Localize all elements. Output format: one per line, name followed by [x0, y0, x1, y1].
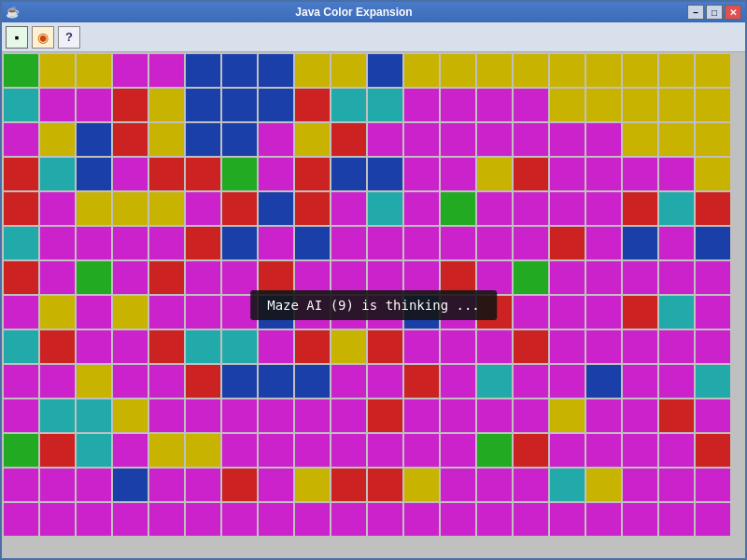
grid-cell[interactable] — [659, 503, 694, 536]
grid-cell[interactable] — [550, 330, 585, 363]
grid-cell[interactable] — [514, 227, 548, 259]
grid-cell[interactable] — [222, 54, 257, 87]
grid-cell[interactable] — [186, 54, 220, 87]
grid-cell[interactable] — [40, 296, 75, 329]
grid-cell[interactable] — [259, 365, 293, 398]
grid-cell[interactable] — [696, 192, 730, 225]
grid-cell[interactable] — [404, 399, 439, 432]
grid-cell[interactable] — [550, 158, 585, 190]
grid-cell[interactable] — [441, 399, 475, 432]
grid-cell[interactable] — [4, 434, 38, 467]
grid-cell[interactable] — [149, 123, 184, 156]
grid-cell[interactable] — [477, 54, 512, 87]
grid-cell[interactable] — [331, 330, 366, 363]
grid-cell[interactable] — [514, 261, 548, 294]
grid-cell[interactable] — [40, 227, 75, 259]
grid-cell[interactable] — [514, 503, 548, 536]
grid-cell[interactable] — [441, 54, 475, 87]
grid-cell[interactable] — [331, 158, 366, 190]
grid-cell[interactable] — [623, 330, 657, 363]
grid-cell[interactable] — [696, 227, 730, 259]
grid-cell[interactable] — [441, 365, 475, 398]
grid-cell[interactable] — [659, 469, 694, 501]
grid-cell[interactable] — [696, 330, 730, 363]
grid-cell[interactable] — [441, 158, 475, 190]
grid-cell[interactable] — [441, 192, 475, 225]
grid-cell[interactable] — [514, 89, 548, 121]
grid-cell[interactable] — [222, 261, 257, 294]
grid-cell[interactable] — [659, 296, 694, 329]
grid-cell[interactable] — [368, 503, 402, 536]
grid-cell[interactable] — [441, 434, 475, 467]
grid-cell[interactable] — [113, 330, 148, 363]
grid-cell[interactable] — [40, 123, 75, 156]
grid-cell[interactable] — [295, 434, 330, 467]
grid-cell[interactable] — [659, 330, 694, 363]
grid-cell[interactable] — [4, 296, 38, 329]
grid-cell[interactable] — [149, 330, 184, 363]
grid-cell[interactable] — [186, 192, 220, 225]
grid-cell[interactable] — [40, 192, 75, 225]
grid-cell[interactable] — [659, 261, 694, 294]
grid-cell[interactable] — [222, 158, 257, 190]
grid-cell[interactable] — [77, 89, 111, 121]
grid-cell[interactable] — [659, 89, 694, 121]
minimize-button[interactable]: – — [687, 5, 704, 20]
grid-cell[interactable] — [259, 330, 293, 363]
grid-cell[interactable] — [186, 399, 220, 432]
grid-cell[interactable] — [477, 469, 512, 501]
grid-cell[interactable] — [295, 192, 330, 225]
grid-cell[interactable] — [696, 54, 730, 87]
grid-cell[interactable] — [77, 365, 111, 398]
grid-cell[interactable] — [441, 330, 475, 363]
grid-cell[interactable] — [40, 89, 75, 121]
grid-cell[interactable] — [696, 89, 730, 121]
grid-cell[interactable] — [113, 123, 148, 156]
grid-cell[interactable] — [40, 54, 75, 87]
grid-cell[interactable] — [4, 261, 38, 294]
grid-cell[interactable] — [404, 434, 439, 467]
grid-cell[interactable] — [149, 296, 184, 329]
grid-cell[interactable] — [295, 54, 330, 87]
grid-cell[interactable] — [295, 503, 330, 536]
grid-cell[interactable] — [295, 158, 330, 190]
grid-cell[interactable] — [186, 503, 220, 536]
grid-cell[interactable] — [368, 158, 402, 190]
grid-cell[interactable] — [477, 158, 512, 190]
grid-cell[interactable] — [295, 469, 330, 501]
grid-cell[interactable] — [514, 158, 548, 190]
grid-cell[interactable] — [623, 503, 657, 536]
grid-cell[interactable] — [477, 192, 512, 225]
grid-cell[interactable] — [586, 192, 621, 225]
grid-cell[interactable] — [514, 54, 548, 87]
grid-cell[interactable] — [550, 365, 585, 398]
grid-cell[interactable] — [623, 192, 657, 225]
grid-cell[interactable] — [368, 89, 402, 121]
grid-cell[interactable] — [404, 54, 439, 87]
grid-cell[interactable] — [259, 158, 293, 190]
grid-cell[interactable] — [77, 54, 111, 87]
grid-cell[interactable] — [368, 330, 402, 363]
grid-cell[interactable] — [441, 261, 475, 294]
grid-cell[interactable] — [222, 330, 257, 363]
grid-cell[interactable] — [586, 365, 621, 398]
grid-cell[interactable] — [40, 434, 75, 467]
grid-cell[interactable] — [186, 158, 220, 190]
grid-cell[interactable] — [149, 399, 184, 432]
grid-cell[interactable] — [149, 158, 184, 190]
grid-cell[interactable] — [149, 89, 184, 121]
grid-cell[interactable] — [586, 330, 621, 363]
grid-cell[interactable] — [331, 227, 366, 259]
grid-cell[interactable] — [40, 330, 75, 363]
grid-cell[interactable] — [623, 89, 657, 121]
grid-cell[interactable] — [259, 469, 293, 501]
grid-cell[interactable] — [222, 227, 257, 259]
grid-cell[interactable] — [259, 123, 293, 156]
grid-cell[interactable] — [586, 399, 621, 432]
grid-cell[interactable] — [259, 261, 293, 294]
grid-cell[interactable] — [441, 227, 475, 259]
grid-cell[interactable] — [659, 365, 694, 398]
grid-cell[interactable] — [295, 365, 330, 398]
grid-cell[interactable] — [696, 434, 730, 467]
grid-cell[interactable] — [586, 296, 621, 329]
